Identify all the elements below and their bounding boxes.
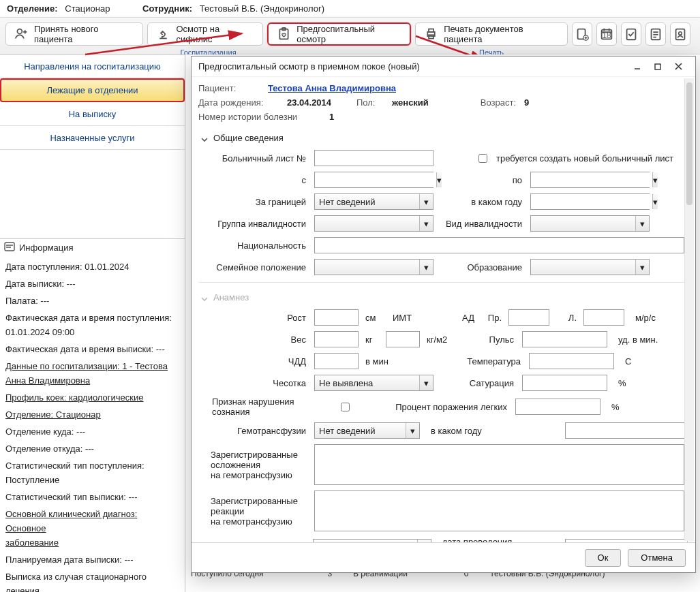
weight-input[interactable] <box>314 331 359 347</box>
clipboard-check-icon <box>624 27 639 42</box>
marital-select[interactable]: ▾ <box>314 259 433 275</box>
ribbon-icon-3-button[interactable] <box>621 22 641 46</box>
wasserman-select[interactable]: Нет сведений▾ <box>313 539 431 542</box>
transfusion-year[interactable]: ▾ <box>565 422 684 439</box>
sick-leave-no-input[interactable] <box>314 150 433 166</box>
nav-inward[interactable]: Лежащие в отделении <box>0 78 185 102</box>
modal-body[interactable]: Пациент: Тестова Анна Владимировна Дата … <box>192 77 695 542</box>
calendar-icon: 18 <box>599 27 614 42</box>
svg-text:18: 18 <box>602 31 611 40</box>
dept-value: Стационар <box>65 3 110 14</box>
prehospital-exam-window: Предгоспитальный осмотр в приемном покое… <box>191 56 696 573</box>
chevron-down-icon[interactable]: ▾ <box>635 260 649 275</box>
accordion-anamnesis[interactable]: Анамнез <box>198 288 684 307</box>
consciousness-checkbox[interactable] <box>341 403 350 411</box>
temperature-input[interactable] <box>529 353 614 369</box>
ribbon-icon-5-button[interactable] <box>670 22 690 46</box>
disability-group-select[interactable]: ▾ <box>314 215 433 232</box>
chevron-down-icon[interactable]: ▾ <box>652 194 658 209</box>
svg-point-0 <box>17 29 22 34</box>
chevron-down-icon <box>201 135 208 142</box>
pulse-input[interactable] <box>522 331 607 347</box>
wasserman-date[interactable]: ▾ <box>565 539 684 542</box>
complications-textarea[interactable] <box>314 444 684 485</box>
svg-rect-4 <box>429 29 433 32</box>
scabies-select[interactable]: Не выявлена▾ <box>314 375 433 391</box>
vertical-scrollbar[interactable] <box>684 78 694 541</box>
nav-services[interactable]: Назначенные услуги <box>0 126 185 150</box>
from-date[interactable]: ▾ <box>314 172 433 188</box>
maximize-button[interactable] <box>648 57 668 76</box>
lung-damage-input[interactable] <box>515 399 600 415</box>
staff-value: Тестовый В.Б. (Эндокринолог) <box>200 3 324 14</box>
user-plus-icon <box>14 27 29 42</box>
svg-rect-12 <box>676 29 685 40</box>
ribbon-icon-1-button[interactable] <box>572 22 592 46</box>
info-heading: Информация <box>19 243 74 253</box>
bp-left-input[interactable] <box>583 309 624 326</box>
dept-label: Отделение: <box>7 3 58 14</box>
rr-input[interactable] <box>314 353 359 369</box>
clipboard-heart-icon <box>277 27 291 42</box>
bmi-value[interactable] <box>386 331 420 347</box>
ribbon-icon-4-button[interactable] <box>645 22 666 46</box>
print-documents-button[interactable]: Печать документов пациента <box>415 22 568 46</box>
chevron-down-icon[interactable]: ▾ <box>419 216 433 231</box>
accept-patient-button[interactable]: Принять нового пациента <box>5 22 143 46</box>
printer-icon <box>424 27 438 42</box>
nationality-input[interactable] <box>314 237 684 253</box>
chevron-down-icon[interactable]: ▾ <box>419 375 433 390</box>
card-icon <box>4 242 15 253</box>
syphilis-exam-button[interactable]: Осмотр на сифилис <box>147 22 263 46</box>
clipboard-list-icon <box>648 27 663 42</box>
chevron-down-icon[interactable]: ▾ <box>419 194 433 209</box>
abroad-year-select[interactable]: ▾ <box>530 193 650 210</box>
chevron-down-icon[interactable]: ▾ <box>406 423 419 438</box>
clipboard-user-icon <box>673 27 688 42</box>
prehospital-exam-button[interactable]: Предгоспитальный осмотр <box>267 22 411 46</box>
microscope-icon <box>156 27 170 42</box>
nav-discharge[interactable]: На выписку <box>0 102 185 126</box>
info-panel: Дата поступления: 01.01.2024 Дата выписк… <box>0 256 185 592</box>
patient-link[interactable]: Тестова Анна Владимировна <box>268 83 396 93</box>
staff-label: Сотрудник: <box>142 3 192 14</box>
to-date[interactable]: ▾ <box>530 172 650 188</box>
disability-kind-select[interactable]: ▾ <box>530 215 650 232</box>
svg-rect-14 <box>5 243 14 251</box>
cancel-button[interactable]: Отмена <box>628 549 686 567</box>
bp-right-input[interactable] <box>508 309 549 326</box>
svg-rect-15 <box>655 64 660 69</box>
doc-plus-icon <box>575 27 590 42</box>
minimize-button[interactable] <box>627 57 648 76</box>
accordion-general[interactable]: Общие сведения <box>198 129 684 147</box>
ribbon-icon-2-button[interactable]: 18 <box>596 22 617 46</box>
transfusion-select[interactable]: Нет сведений▾ <box>314 422 420 439</box>
reactions-textarea[interactable] <box>314 490 684 531</box>
chevron-down-icon[interactable]: ▾ <box>419 260 433 275</box>
need-new-sickleave-checkbox[interactable] <box>478 154 487 163</box>
window-title: Предгоспитальный осмотр в приемном покое… <box>198 61 420 72</box>
height-input[interactable] <box>314 309 359 326</box>
ok-button[interactable]: Ок <box>585 549 622 567</box>
saturation-input[interactable] <box>522 375 607 391</box>
close-button[interactable] <box>668 57 688 76</box>
abroad-select[interactable]: Нет сведений▾ <box>314 193 433 210</box>
nav-referrals[interactable]: Направления на госпитализацию <box>0 54 185 78</box>
chevron-down-icon[interactable]: ▾ <box>417 540 431 542</box>
chevron-down-icon[interactable]: ▾ <box>652 172 658 187</box>
chevron-down-icon <box>201 294 208 301</box>
chevron-down-icon[interactable]: ▾ <box>635 216 649 231</box>
svg-point-13 <box>679 32 682 35</box>
education-select[interactable]: ▾ <box>530 259 650 275</box>
